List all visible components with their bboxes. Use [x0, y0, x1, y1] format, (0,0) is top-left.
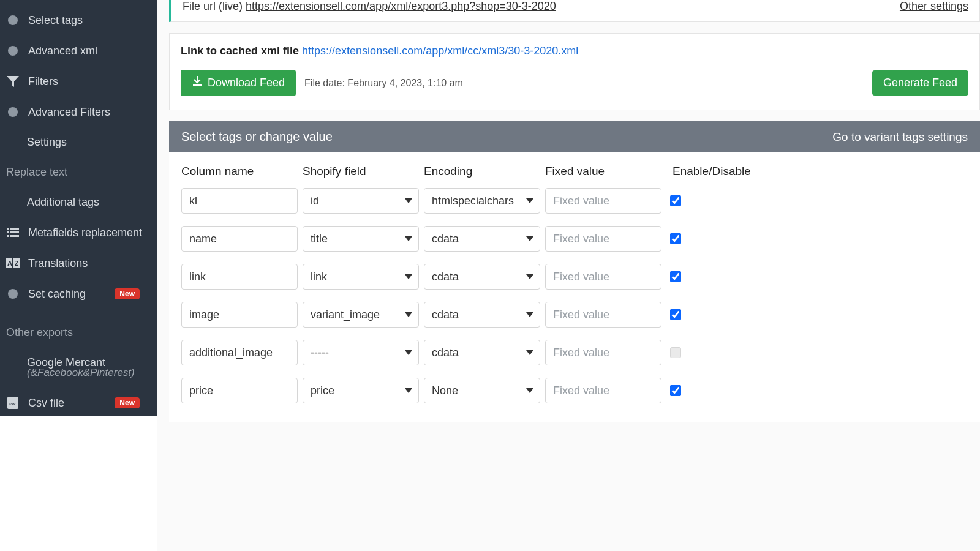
shopify-field-select[interactable]: title [303, 226, 419, 252]
svg-text:Z: Z [15, 260, 18, 267]
circle-icon [6, 13, 20, 27]
svg-text:csv: csv [9, 402, 16, 406]
main-content: File url (live) https://extensionsell.co… [157, 0, 980, 551]
column-name-input[interactable] [181, 302, 298, 328]
column-name-input[interactable] [181, 378, 298, 403]
file-url-link[interactable]: https://extensionsell.com/app/xml/export… [246, 0, 556, 12]
sidebar-item-translations[interactable]: AZ Translations [0, 248, 157, 279]
cached-file-link[interactable]: https://extensionsell.com/app/xml/cc/xml… [302, 45, 578, 57]
sidebar-item-filters[interactable]: Filters [0, 66, 157, 97]
th-shopify-field: Shopify field [303, 165, 419, 178]
fixed-value-input[interactable] [545, 188, 662, 214]
new-badge: New [115, 397, 140, 408]
shopify-field-select[interactable]: variant_image [303, 302, 419, 328]
fixed-value-input[interactable] [545, 226, 662, 252]
enable-checkbox[interactable] [670, 233, 681, 244]
tags-table: Column name Shopify field Encoding Fixed… [169, 152, 980, 422]
table-row: ----- cdata [181, 340, 968, 365]
svg-rect-3 [7, 231, 9, 233]
sidebar-item-label: Additional tags [27, 196, 99, 209]
column-name-input[interactable] [181, 340, 298, 365]
download-feed-label: Download Feed [208, 77, 285, 89]
list-icon [6, 226, 20, 239]
enable-checkbox[interactable] [670, 271, 681, 282]
encoding-select[interactable]: cdata [424, 340, 540, 365]
cache-actions-row: Download Feed File date: February 4, 202… [181, 70, 968, 96]
fixed-value-input[interactable] [545, 340, 662, 365]
svg-text:A: A [7, 260, 12, 267]
sidebar-item-metafields-replacement[interactable]: Metafields replacement [0, 217, 157, 248]
table-row: link cdata [181, 264, 968, 290]
svg-rect-2 [10, 228, 19, 230]
circle-icon [6, 105, 20, 119]
svg-marker-0 [7, 76, 19, 87]
table-row: variant_image cdata [181, 302, 968, 328]
column-name-input[interactable] [181, 188, 298, 214]
file-url-bar: File url (live) https://extensionsell.co… [169, 0, 980, 22]
sidebar-item-label: Metafields replacement [28, 227, 142, 239]
sidebar-item-label: Filters [28, 75, 58, 88]
cached-file-label: Link to cached xml file [181, 45, 302, 57]
translate-icon: AZ [6, 257, 20, 270]
th-fixed-value: Fixed value [545, 165, 662, 178]
filter-icon [6, 75, 20, 88]
sidebar-item-label: Advanced xml [28, 45, 97, 58]
shopify-field-select[interactable]: id [303, 188, 419, 214]
th-column-name: Column name [181, 165, 298, 178]
generate-feed-label: Generate Feed [883, 77, 957, 89]
table-row: title cdata [181, 226, 968, 252]
table-row: price None [181, 378, 968, 403]
enable-checkbox[interactable] [670, 309, 681, 320]
svg-rect-5 [7, 235, 9, 237]
shopify-field-select[interactable]: price [303, 378, 419, 403]
sidebar-heading-replace-text: Replace text [0, 157, 157, 187]
sidebar-heading-other-exports: Other exports [0, 318, 157, 348]
sidebar-item-settings[interactable]: Settings [0, 127, 157, 157]
shopify-field-select[interactable]: link [303, 264, 419, 290]
sidebar-item-label: Csv file [28, 397, 64, 410]
cached-file-box: Link to cached xml file https://extensio… [169, 33, 980, 110]
circle-icon [6, 44, 20, 58]
shopify-field-select[interactable]: ----- [303, 340, 419, 365]
file-url-label: File url (live) [183, 0, 246, 12]
csv-file-icon: csv [6, 396, 20, 410]
variant-tags-link[interactable]: Go to variant tags settings [832, 130, 968, 144]
sidebar-item-additional-tags[interactable]: Additional tags [0, 187, 157, 217]
section-title: Select tags or change value [181, 130, 333, 144]
enable-checkbox[interactable] [670, 195, 681, 206]
fixed-value-input[interactable] [545, 264, 662, 290]
other-settings-link[interactable]: Other settings [900, 0, 968, 13]
sidebar-item-csv-file[interactable]: csv Csv file New [0, 388, 157, 416]
th-encoding: Encoding [424, 165, 540, 178]
enable-checkbox[interactable] [670, 385, 681, 396]
encoding-select[interactable]: cdata [424, 226, 540, 252]
download-feed-button[interactable]: Download Feed [181, 70, 296, 96]
sidebar-item-advanced-xml[interactable]: Advanced xml [0, 36, 157, 66]
fixed-value-input[interactable] [545, 378, 662, 403]
column-name-input[interactable] [181, 264, 298, 290]
column-name-input[interactable] [181, 226, 298, 252]
fixed-value-input[interactable] [545, 302, 662, 328]
sidebar-item-label: Settings [27, 136, 67, 149]
sidebar-item-label: Translations [28, 257, 88, 270]
svg-rect-6 [10, 235, 19, 237]
encoding-select[interactable]: None [424, 378, 540, 403]
sidebar-item-google-mercant-sub: (&Facebook&Pinterest) [0, 367, 157, 388]
enable-checkbox[interactable] [670, 347, 681, 358]
sidebar-item-set-caching[interactable]: Set caching New [0, 279, 157, 309]
svg-rect-1 [7, 228, 9, 230]
encoding-select[interactable]: cdata [424, 264, 540, 290]
sidebar: Select tags Advanced xml Filters Advance… [0, 0, 157, 416]
download-icon [192, 76, 203, 90]
sidebar-item-select-tags[interactable]: Select tags [0, 5, 157, 36]
new-badge: New [115, 288, 140, 299]
sidebar-item-advanced-filters[interactable]: Advanced Filters [0, 97, 157, 127]
table-header-row: Column name Shopify field Encoding Fixed… [181, 165, 968, 178]
sidebar-item-label: Select tags [28, 14, 83, 27]
generate-feed-button[interactable]: Generate Feed [872, 70, 968, 96]
svg-rect-4 [10, 231, 19, 233]
encoding-select[interactable]: htmlspecialchars [424, 188, 540, 214]
th-enable-disable: Enable/Disable [666, 165, 968, 178]
encoding-select[interactable]: cdata [424, 302, 540, 328]
file-date-text: File date: February 4, 2023, 1:10 am [304, 78, 463, 89]
